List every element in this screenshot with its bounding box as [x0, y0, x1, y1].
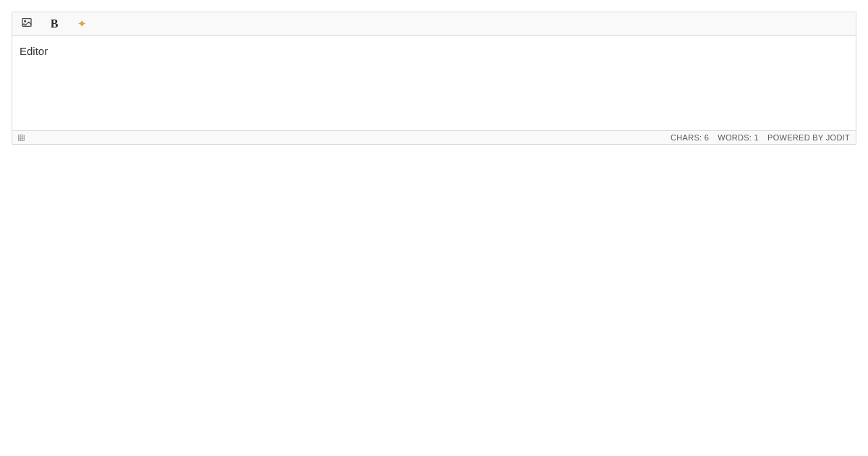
sparkle-button[interactable]: ✦ — [75, 17, 89, 31]
image-button[interactable] — [20, 17, 34, 31]
editor-content-area[interactable]: Editor — [12, 36, 856, 130]
chars-count: CHARS: 6 — [671, 133, 709, 142]
image-icon — [21, 17, 33, 31]
bold-button[interactable]: B — [47, 17, 61, 31]
xpath-nav-icon[interactable] — [18, 135, 25, 141]
svg-point-1 — [25, 20, 26, 22]
bold-label: B — [51, 17, 59, 30]
editor-text: Editor — [20, 45, 48, 57]
statusbar: CHARS: 6 WORDS: 1 POWERED BY JODIT — [12, 130, 856, 144]
statusbar-left — [18, 135, 25, 141]
words-count: WORDS: 1 — [718, 133, 759, 142]
sparkle-icon: ✦ — [77, 17, 87, 30]
powered-by[interactable]: POWERED BY JODIT — [767, 133, 850, 142]
toolbar: B ✦ — [12, 12, 856, 36]
svg-rect-2 — [18, 135, 24, 140]
editor-container: B ✦ Editor CHARS: 6 WORDS: 1 POWERED BY … — [12, 12, 856, 145]
statusbar-right: CHARS: 6 WORDS: 1 POWERED BY JODIT — [671, 133, 850, 142]
